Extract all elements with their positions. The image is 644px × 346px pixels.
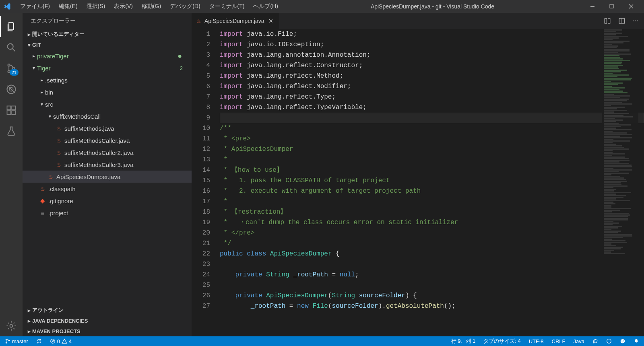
menu-file[interactable]: ファイル(F)	[16, 1, 54, 12]
tree-folder-suffixMethodsCall[interactable]: ▾ suffixMethodsCall	[23, 110, 192, 122]
svg-rect-1	[610, 4, 613, 8]
code-editor[interactable]: 1234567891011121314151617181920212223242…	[192, 29, 644, 336]
tab-bar: ♨ ApiSpeciesDumper.java ✕ ⋯	[192, 13, 644, 29]
tree-folder-tiger[interactable]: ▾ Tiger 2	[23, 62, 192, 74]
menu-debug[interactable]: デバッグ(D)	[166, 1, 204, 12]
tree-file[interactable]: ♨ suffixMethodsCaller2.java	[23, 146, 192, 159]
section-java-deps[interactable]: ▸ JAVA DEPENDENCIES	[23, 315, 192, 326]
status-label: master	[12, 338, 28, 344]
tree-label: .project	[48, 210, 185, 216]
tree-file[interactable]: ♨ suffixMethodsCaller3.java	[23, 159, 192, 171]
chevron-right-icon: ▸	[39, 77, 45, 83]
window-controls	[583, 0, 641, 13]
split-editor-icon[interactable]	[618, 17, 625, 25]
activity-debug[interactable]	[0, 79, 23, 100]
activity-bar: 21	[0, 13, 23, 336]
svg-point-17	[6, 339, 6, 340]
statusbar: master 0 4 行 9、列 1 タブのサイズ: 4 UTF-8 CRLF …	[0, 336, 644, 346]
svg-rect-14	[608, 19, 610, 23]
tree-file[interactable]: ♨ suffixMethods.java	[23, 122, 192, 134]
activity-extensions[interactable]	[0, 100, 23, 121]
activity-test[interactable]	[0, 121, 23, 142]
menu-terminal[interactable]: ターミナル(T)	[205, 1, 249, 12]
svg-point-23	[622, 340, 622, 341]
section-maven[interactable]: ▸ MAVEN PROJECTS	[23, 326, 192, 336]
editor-tab-active[interactable]: ♨ ApiSpeciesDumper.java ✕	[192, 13, 279, 29]
tree-file[interactable]: ◆ .gitignore	[23, 195, 192, 207]
status-feedback-icon[interactable]	[618, 336, 627, 346]
file-icon: ≡	[39, 210, 47, 216]
activity-explorer[interactable]	[0, 16, 23, 37]
java-file-icon: ♨	[55, 162, 63, 168]
svg-point-24	[623, 340, 623, 341]
tree-folder-privateTiger[interactable]: ▸ privateTiger ●	[23, 50, 192, 62]
menu-view[interactable]: 表示(V)	[110, 1, 137, 12]
minimize-button[interactable]	[583, 0, 602, 13]
status-bell-icon[interactable]	[632, 336, 641, 346]
menu-bar: ファイル(F) 編集(E) 選択(S) 表示(V) 移動(G) デバッグ(D) …	[16, 1, 282, 12]
svg-rect-11	[12, 106, 15, 110]
status-sync[interactable]	[35, 336, 43, 346]
tree-badge: 2	[180, 65, 185, 71]
tree-label: .settings	[45, 77, 185, 84]
file-tree: ▸ privateTiger ● ▾ Tiger 2 ▸ .settings ▸…	[23, 50, 192, 305]
status-info-icon[interactable]	[605, 336, 613, 346]
tree-file[interactable]: ♨ suffixMethodsCaller.java	[23, 134, 192, 146]
tree-label: suffixMethods.java	[64, 125, 185, 132]
section-label: GIT	[32, 42, 41, 48]
editor-area: ♨ ApiSpeciesDumper.java ✕ ⋯ 123456789101…	[192, 13, 644, 336]
more-actions-icon[interactable]: ⋯	[633, 18, 638, 24]
status-tabsize[interactable]: タブのサイズ: 4	[482, 336, 522, 346]
sidebar-title: エクスプローラー	[23, 13, 192, 29]
status-encoding[interactable]: UTF-8	[527, 336, 545, 346]
chevron-right-icon: ▸	[26, 307, 32, 313]
chevron-right-icon: ▸	[26, 31, 32, 37]
tree-folder-settings[interactable]: ▸ .settings	[23, 74, 192, 86]
git-file-icon: ◆	[39, 197, 47, 204]
status-branch[interactable]: master	[3, 336, 30, 346]
status-label: 4	[69, 338, 72, 344]
tree-label: Tiger	[37, 65, 180, 72]
activity-search[interactable]	[0, 37, 23, 58]
tree-file[interactable]: ♨ .classpath	[23, 183, 192, 195]
chevron-down-icon: ▾	[31, 65, 37, 71]
tree-folder-bin[interactable]: ▸ bin	[23, 86, 192, 98]
svg-point-22	[621, 339, 625, 344]
section-root[interactable]: ▾ GIT	[23, 39, 192, 50]
section-label: 開いているエディター	[32, 31, 85, 38]
maximize-button[interactable]	[602, 0, 621, 13]
activity-scm[interactable]: 21	[0, 58, 23, 79]
chevron-right-icon: ▸	[26, 318, 32, 324]
code-content[interactable]: import java.io.File;import java.io.IOExc…	[220, 29, 644, 336]
status-cursor[interactable]: 行 9、列 1	[450, 336, 477, 346]
tree-file-active[interactable]: ♨ ApiSpeciesDumper.java	[23, 171, 192, 183]
tab-close-icon[interactable]: ✕	[268, 17, 274, 25]
section-open-editors[interactable]: ▸ 開いているエディター	[23, 29, 192, 39]
close-button[interactable]	[621, 0, 641, 13]
menu-go[interactable]: 移動(G)	[138, 1, 165, 12]
sidebar-explorer: エクスプローラー ▸ 開いているエディター ▾ GIT ▸ privateTig…	[23, 13, 192, 336]
section-outline[interactable]: ▸ アウトライン	[23, 305, 192, 315]
minimap[interactable]	[602, 29, 638, 336]
status-eol[interactable]: CRLF	[550, 336, 567, 346]
java-file-icon: ♨	[196, 18, 201, 24]
tree-label: ApiSpeciesDumper.java	[56, 173, 185, 180]
status-problems[interactable]: 0 4	[48, 336, 73, 346]
tree-folder-src[interactable]: ▾ src	[23, 98, 192, 110]
menu-selection[interactable]: 選択(S)	[83, 1, 109, 12]
menu-help[interactable]: ヘルプ(H)	[249, 1, 282, 12]
status-thumbs-icon[interactable]	[591, 336, 600, 346]
chevron-right-icon: ▸	[26, 328, 32, 334]
tree-label: suffixMethodsCaller2.java	[64, 149, 185, 156]
tree-label: .classpath	[48, 185, 185, 192]
tab-label: ApiSpeciesDumper.java	[204, 18, 264, 24]
menu-edit[interactable]: 編集(E)	[55, 1, 82, 12]
tree-label: bin	[45, 89, 185, 96]
status-language[interactable]: Java	[572, 336, 586, 346]
java-file-icon: ♨	[55, 150, 63, 156]
compare-changes-icon[interactable]	[604, 17, 611, 25]
svg-rect-8	[7, 106, 11, 110]
tree-file[interactable]: ≡ .project	[23, 207, 192, 219]
chevron-right-icon: ▸	[39, 89, 45, 95]
activity-settings[interactable]	[0, 315, 23, 336]
